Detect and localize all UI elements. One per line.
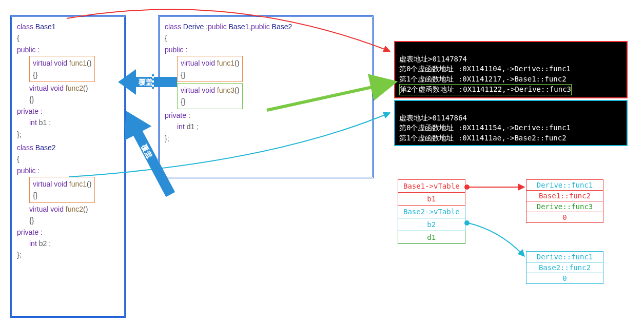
private-label: private :	[17, 106, 119, 117]
mem-row-b1: b1	[398, 193, 465, 206]
brace: {	[165, 32, 367, 44]
brace-close: };	[17, 249, 119, 260]
vt1-row-0: Derive::func1	[526, 180, 603, 191]
base2-decl: class Base2	[17, 142, 119, 153]
public-label: public :	[17, 44, 119, 55]
svg-text:覆盖: 覆盖	[140, 142, 154, 159]
dot-red	[464, 185, 470, 190]
svg-text:覆盖: 覆盖	[138, 78, 153, 86]
brace-close: };	[17, 129, 119, 140]
mem-row-base1-vtable: Base1->vTable	[398, 180, 465, 193]
private-label: private :	[165, 110, 367, 121]
console-vtable-2: 虚表地址>01147864 第0个虚函数地址 :0X1141154,->Deri…	[394, 100, 628, 146]
private-label: private :	[17, 227, 119, 238]
vt1-row-1: Base1::func2	[526, 191, 603, 201]
console-vtable-1: 虚表地址>01147874 第0个虚函数地址 :0X1141104,->Deri…	[394, 41, 628, 98]
derive-func1: virtual void func1() {}	[177, 56, 243, 82]
base-classes-box: class Base1 { public : virtual void func…	[10, 15, 126, 318]
dot-cyan	[464, 220, 470, 226]
vt1-row-3: 0	[526, 212, 603, 223]
vt1-row-2: Derive::func3	[526, 201, 603, 212]
derive-func3: virtual void func3() {}	[177, 83, 243, 109]
object-memory-layout: Base1->vTable b1 Base2->vTable b2 d1	[398, 179, 465, 244]
base2-func1: virtual void func1() {}	[29, 177, 95, 203]
base1-decl: class Base1	[17, 21, 119, 32]
vtable-2: Derive::func1 Base2::func2 0	[526, 251, 603, 284]
public-label: public :	[17, 165, 119, 176]
base2-func2: virtual void func2() {}	[17, 203, 119, 227]
derive-decl: class Derive :public Base1,public Base2	[165, 21, 367, 32]
derive-member: int d1 ;	[165, 121, 367, 132]
base2-member: int b2 ;	[17, 238, 119, 249]
base1-member: int b1 ;	[17, 117, 119, 128]
derive-class-box: class Derive :public Base1,public Base2 …	[158, 15, 374, 178]
mem-row-base2-vtable: Base2->vTable	[398, 206, 465, 218]
base1-func2: virtual void func2() {}	[17, 83, 119, 106]
vt2-row-2: 0	[526, 273, 603, 284]
public-label: public :	[165, 44, 367, 55]
vtable-1: Derive::func1 Base1::func2 Derive::func3…	[526, 179, 603, 223]
brace: {	[17, 32, 119, 44]
arrow-mem-to-vt2	[468, 223, 524, 256]
brace-close: };	[165, 133, 367, 144]
vt2-row-0: Derive::func1	[526, 252, 603, 262]
mem-row-d1: d1	[398, 231, 465, 244]
brace: {	[17, 153, 119, 165]
base1-func1: virtual void func1() {}	[29, 56, 95, 82]
mem-row-b2: b2	[398, 218, 465, 231]
vt2-row-1: Base2::func2	[526, 262, 603, 273]
